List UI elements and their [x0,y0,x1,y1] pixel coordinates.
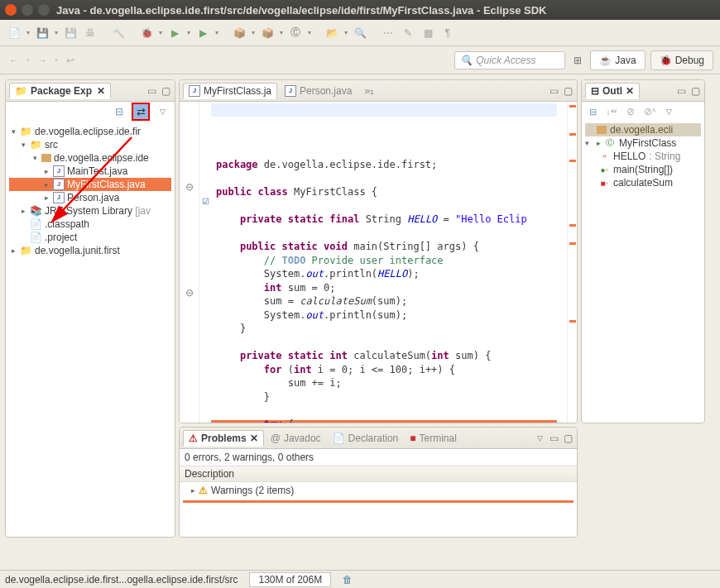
outline-package[interactable]: de.vogella.ecli [585,123,701,136]
quick-access-input[interactable]: 🔍 Quick Access [454,51,565,69]
close-view-icon[interactable]: ✕ [97,85,105,97]
tree-item[interactable]: ▸📁 de.vogella.junit.first [9,244,171,257]
static-final-field-icon: ˢᶠ [598,152,610,161]
hide-static-icon[interactable]: ⊘ˢ [642,104,657,119]
expand-arrow-icon[interactable]: ▸ [42,180,50,189]
outline-item[interactable]: ■ˢcalculateSum [585,176,701,189]
minimize-editor-icon[interactable]: ▭ [548,85,559,97]
declaration-tab[interactable]: 📄 Declaration [328,431,404,446]
expand-arrow-icon[interactable]: ▸ [191,486,195,495]
problems-column-description[interactable]: Description [180,466,577,482]
new-icon[interactable]: 📄 [7,26,22,41]
maximize-view-icon[interactable]: ▢ [562,433,574,444]
java-perspective-button[interactable]: ☕ Java [590,50,645,70]
problems-tab[interactable]: ⚠ Problems ✕ [183,430,264,447]
maximize-window-button[interactable] [38,4,50,16]
gc-button[interactable]: 🗑 [343,574,353,586]
outline-item[interactable]: ˢᶠHELLO : String [585,150,701,163]
new-class-icon[interactable]: Ⓒ [288,26,303,41]
package-explorer-tree[interactable]: ▾📁 de.vogella.eclipse.ide.fir▾📁 src▾ de.… [6,122,175,537]
minimize-window-button[interactable] [22,4,33,16]
outline-item-label: main(String[]) [613,164,673,175]
task-marker-icon[interactable]: ☑ [199,197,211,206]
maximize-editor-icon[interactable]: ▢ [562,85,574,97]
view-menu-icon[interactable]: ▽ [155,104,170,119]
show-whitespace-icon[interactable]: ¶ [440,26,455,41]
code-editor[interactable]: ⊖ ⊖ ☑ package de.vogella.e [180,102,577,423]
collapse-arrow-icon[interactable]: ▾ [31,154,39,162]
expand-arrow-icon[interactable]: ▸ [19,207,27,215]
nav-forward-icon[interactable]: → [35,53,50,68]
tree-item[interactable]: ▾📁 de.vogella.eclipse.ide.fir [9,125,171,138]
nav-last-edit-icon[interactable]: ↩ [63,53,78,68]
maximize-view-icon[interactable]: ▢ [689,85,701,97]
save-icon[interactable]: 💾 [63,26,78,41]
outline-item-label: calculateSum [613,177,673,189]
vertical-ruler[interactable]: ⊖ ⊖ [180,102,199,423]
maximize-view-icon[interactable]: ▢ [160,85,171,97]
tree-item[interactable]: ▸J Person.java [9,191,171,204]
editor-tab-person[interactable]: J Person.java [279,83,358,99]
run-last-icon[interactable]: ▶ [195,26,210,41]
collapse-all-icon[interactable]: ⊟ [112,104,127,119]
tree-item[interactable]: ▸J MainTest.java [9,165,171,178]
status-bar: de.vogella.eclipse.ide.first...ogella.ec… [0,570,720,588]
toggle-breadcrumb-icon[interactable]: ⋯ [381,26,396,41]
annotation-ruler[interactable]: ☑ [199,102,211,423]
search-icon[interactable]: 🔍 [353,26,367,41]
open-type-icon[interactable]: 📂 [324,26,339,41]
debug-icon[interactable]: 🐞 [139,26,154,41]
problems-group-row[interactable]: ▸ ⚠ Warnings (2 items) [180,482,577,499]
sort-icon[interactable]: ↓ᵃᶻ [604,104,619,119]
outline-item[interactable]: ▾▸ⒸMyFirstClass [585,136,701,150]
link-with-editor-button[interactable]: ⇄ [132,103,150,121]
build-icon[interactable]: 🔨 [111,26,126,41]
print-icon[interactable]: 🖶 [83,26,98,41]
minimize-view-icon[interactable]: ▭ [146,85,157,97]
editor-tab-myfirstclass[interactable]: J MyFirstClass.ja [183,83,277,99]
expand-arrow-icon[interactable]: ▸ [9,246,17,255]
collapse-arrow-icon[interactable]: ▾ [19,141,27,149]
outline-tab[interactable]: ⊟ Outl ✕ [585,83,640,99]
tree-item[interactable]: ▾📁 src [9,138,171,151]
tree-item[interactable]: 📄 .project [9,231,171,244]
outline-tree[interactable]: de.vogella.ecli ▾▸ⒸMyFirstClassˢᶠHELLO :… [582,122,704,423]
block-selection-icon[interactable]: ▦ [420,26,435,41]
code-text[interactable]: package de.vogella.eclipse.ide.first; pu… [211,102,567,423]
close-window-button[interactable] [5,4,17,16]
tree-item[interactable]: ▸📚 JRE System Library [jav [9,204,171,218]
workbench: 📁 Package Exp ✕ ▭ ▢ ⊟ ⇄ ▽ ▾📁 de.vogella.… [0,74,720,582]
javadoc-tab[interactable]: @ Javadoc [266,431,326,446]
minimize-view-icon[interactable]: ▭ [548,433,559,444]
expand-arrow-icon[interactable]: ▸ [42,194,50,202]
mark-occurrences-icon[interactable]: ✎ [401,26,415,41]
terminal-tab[interactable]: ■ Terminal [405,431,462,446]
tree-item[interactable]: ▸J MyFirstClass.java [9,178,171,191]
focus-icon[interactable]: ⊟ [585,104,600,119]
close-view-icon[interactable]: ✕ [250,433,258,444]
tree-item[interactable]: ▾ de.vogella.eclipse.ide [9,151,171,165]
new-package-icon[interactable]: 📦 [260,26,275,41]
outline-item[interactable]: ●ˢmain(String[]) [585,163,701,176]
collapse-arrow-icon[interactable]: ▾ [9,127,17,136]
package-explorer-tab[interactable]: 📁 Package Exp ✕ [9,83,111,99]
open-perspective-icon[interactable]: ⊞ [570,53,585,68]
tree-item-label: MyFirstClass.java [67,179,146,190]
tree-item[interactable]: 📄 .classpath [9,218,171,231]
view-menu-icon[interactable]: ▽ [534,433,545,444]
nav-back-icon[interactable]: ← [7,53,22,68]
minimize-view-icon[interactable]: ▭ [675,85,687,97]
save-all-icon[interactable]: 💾 [35,26,50,41]
close-view-icon[interactable]: ✕ [626,85,634,97]
overview-ruler[interactable] [567,102,577,423]
outline-toolbar: ⊟ ↓ᵃᶻ ⊘ ⊘ˢ ▽ [582,102,704,122]
new-java-project-icon[interactable]: 📦 [232,26,247,41]
heap-status[interactable]: 130M of 206M [249,572,331,587]
run-icon[interactable]: ▶ [167,26,182,41]
editor-overflow-indicator[interactable]: »₁ [364,85,374,97]
collapse-arrow-icon[interactable]: ▾ [585,139,593,147]
expand-arrow-icon[interactable]: ▸ [42,167,50,175]
hide-fields-icon[interactable]: ⊘ [623,104,638,119]
debug-perspective-button[interactable]: 🐞 Debug [650,50,713,70]
view-menu-icon[interactable]: ▽ [661,104,676,119]
